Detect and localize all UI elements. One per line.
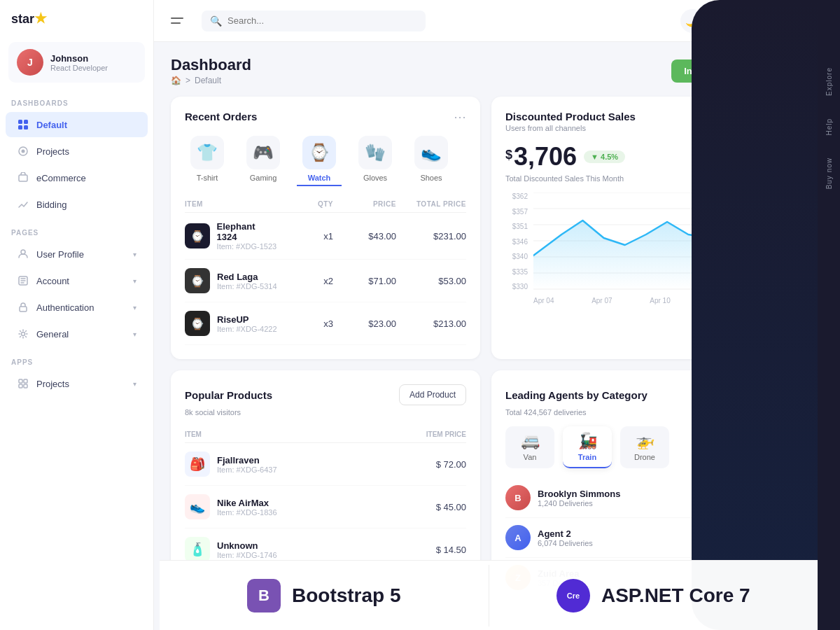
settings-icon (17, 328, 29, 340)
help-button[interactable]: Help (825, 107, 833, 147)
bidding-icon (17, 198, 29, 211)
order-tab-watch[interactable]: ⌚ Watch (297, 133, 342, 186)
order-tab-gloves[interactable]: 🧤 Gloves (353, 133, 398, 186)
order-price-1: $43.00 (333, 231, 396, 241)
account-icon (17, 274, 29, 287)
discount-title: Discounted Product Sales (505, 111, 636, 122)
sidebar-item-authentication[interactable]: Authentication ▾ (6, 295, 148, 320)
order-tabs: 👕 T-shirt 🎮 Gaming ⌚ Watch 🧤 Gloves (185, 133, 466, 186)
projects-icon (17, 145, 29, 158)
order-item-id-1: Item: #XDG-1523 (217, 242, 277, 251)
product-price-1: $ 72.00 (396, 459, 466, 470)
recent-orders-card: Recent Orders ⋯ 👕 T-shirt 🎮 Gaming (171, 97, 480, 359)
order-tab-tshirt[interactable]: 👕 T-shirt (185, 133, 230, 186)
col-item-product: ITEM (185, 430, 396, 438)
order-tab-gaming-label: Gaming (250, 174, 277, 182)
user-name: Johnson (50, 53, 108, 64)
order-qty-1: x1 (277, 231, 333, 241)
user-role: React Developer (50, 64, 108, 72)
search-bar: 🔍 (202, 10, 426, 31)
orders-table-header: ITEM QTY PRICE TOTAL PRICE (185, 196, 466, 213)
order-tab-gaming[interactable]: 🎮 Gaming (241, 133, 286, 186)
product-price-3: $ 14.50 (396, 545, 466, 555)
svg-rect-3 (24, 125, 28, 130)
sidebar-item-general[interactable]: General ▾ (6, 321, 148, 346)
breadcrumb-separator: > (186, 76, 190, 85)
sidebar-item-label-account: Account (36, 276, 126, 286)
order-tab-gloves-label: Gloves (363, 174, 387, 182)
order-item-img-2: ⌚ (185, 268, 210, 293)
sidebar-item-projects[interactable]: Projects (6, 139, 148, 164)
ecommerce-icon (17, 172, 29, 184)
leading-agents-title: Leading Agents by Category (505, 389, 648, 401)
agent-avatar-2: A (505, 525, 531, 550)
recent-orders-title: Recent Orders (185, 111, 257, 122)
col-price: PRICE (333, 200, 396, 208)
order-qty-2: x2 (277, 276, 333, 286)
add-product-button[interactable]: Add Product (399, 384, 466, 405)
svg-rect-12 (24, 379, 27, 383)
search-input[interactable] (227, 15, 417, 26)
user-profile-card[interactable]: J Johnson React Developer (8, 42, 145, 83)
product-name-3: Unknown (217, 540, 277, 551)
discount-value: 3,706 (514, 142, 577, 172)
lock-icon (17, 301, 29, 314)
page-title: Dashboard (171, 56, 251, 74)
apps-section-label: APPS (0, 347, 153, 370)
aspnet-text: ASP.NET Core 7 (601, 584, 750, 607)
recent-orders-more-icon[interactable]: ⋯ (454, 111, 466, 123)
sidebar: star★ J Johnson React Developer DASHBOAR… (0, 0, 154, 630)
agent-tab-drone[interactable]: 🚁 Drone (620, 426, 669, 468)
bootstrap-text: Bootstrap 5 (292, 584, 401, 607)
sidebar-toggle-button[interactable] (171, 11, 190, 31)
product-img-2: 👟 (185, 494, 210, 519)
svg-rect-9 (20, 307, 27, 312)
sidebar-item-projects-app[interactable]: Projects ▾ (6, 371, 148, 396)
sidebar-item-label-ecommerce: eCommerce (36, 173, 136, 183)
agent-tab-van[interactable]: 🚐 Van (505, 426, 554, 468)
agent-tab-van-label: Van (524, 453, 537, 461)
order-item-name-3: RiseUP (217, 314, 277, 325)
agent-tab-drone-label: Drone (634, 453, 655, 461)
order-tab-shoes[interactable]: 👟 Shoes (409, 133, 454, 186)
sidebar-item-default[interactable]: Default (6, 112, 148, 137)
sidebar-item-user-profile[interactable]: User Profile ▾ (6, 241, 148, 267)
order-total-1: $231.00 (396, 231, 466, 241)
table-row: ⌚ Elephant 1324 Item: #XDG-1523 x1 $43.0… (185, 213, 466, 260)
order-item-name-1: Elephant 1324 (217, 221, 277, 242)
promo-overlay: B Bootstrap 5 Cre ASP.NET Core 7 (160, 560, 818, 630)
agent-tab-train[interactable]: 🚂 Train (563, 426, 612, 468)
explore-button[interactable]: Explore (825, 56, 833, 107)
sidebar-item-label-projects: Projects (36, 146, 136, 157)
sidebar-item-bidding[interactable]: Bidding (6, 192, 148, 217)
chevron-icon-projects-app: ▾ (133, 380, 136, 388)
svg-rect-14 (24, 384, 27, 388)
van-icon: 🚐 (521, 432, 540, 450)
buy-now-button[interactable]: Buy now (825, 146, 833, 200)
svg-rect-11 (19, 379, 22, 383)
chevron-icon-account: ▾ (133, 277, 136, 285)
sidebar-logo: star★ (0, 0, 153, 36)
projects-app-icon (17, 377, 29, 390)
order-item-id-3: Item: #XDG-4222 (217, 325, 277, 333)
sidebar-item-ecommerce[interactable]: eCommerce (6, 165, 148, 190)
agent-tab-train-label: Train (578, 453, 596, 461)
col-total: TOTAL PRICE (396, 200, 466, 208)
agent-name-2: Agent 2 (538, 528, 593, 539)
products-table-header: ITEM ITEM PRICE (185, 426, 466, 443)
breadcrumb-current: Default (195, 76, 221, 85)
dashboards-section-label: DASHBOARDS (0, 88, 153, 111)
sidebar-item-label-auth: Authentication (36, 302, 126, 313)
logo-text: star★ (11, 10, 47, 27)
col-price-product: ITEM PRICE (396, 430, 466, 438)
product-id-1: Item: #XDG-6437 (217, 465, 277, 474)
agent-deliveries-2: 6,074 Deliveries (538, 539, 593, 547)
orders-table: ITEM QTY PRICE TOTAL PRICE ⌚ Elephant 13… (185, 196, 466, 345)
svg-point-5 (22, 150, 25, 153)
order-total-3: $213.00 (396, 318, 466, 329)
grid-icon (17, 118, 29, 131)
product-name-1: Fjallraven (217, 455, 277, 465)
svg-point-7 (21, 250, 25, 254)
sidebar-item-account[interactable]: Account ▾ (6, 268, 148, 293)
list-item: 🎒 Fjallraven Item: #XDG-6437 $ 72.00 (185, 443, 466, 486)
